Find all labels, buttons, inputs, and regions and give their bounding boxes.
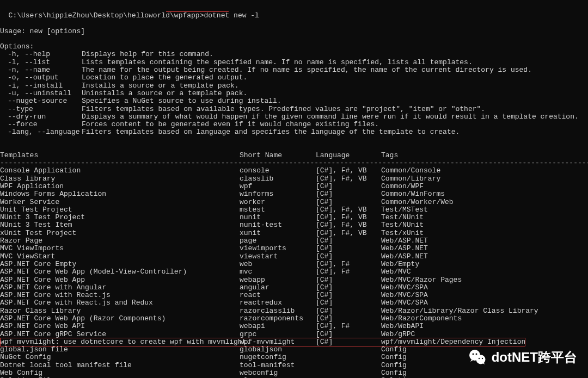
option-row: -u, --uninstallUninstalls a source or a … bbox=[0, 90, 588, 97]
svg-point-3 bbox=[475, 354, 477, 355]
option-flag: -l, --list bbox=[0, 59, 82, 66]
template-lang: [C#] bbox=[316, 331, 381, 338]
col-header-templates: Templates bbox=[0, 152, 240, 159]
template-tags: Common/Console bbox=[381, 167, 588, 175]
template-short: mvc bbox=[240, 268, 316, 276]
template-name: NUnit 3 Test Project bbox=[0, 214, 240, 221]
template-lang bbox=[316, 362, 381, 369]
template-lang: [C#] bbox=[316, 245, 381, 252]
option-flag: -h, --help bbox=[0, 51, 82, 58]
option-desc: Uninstalls a source or a template pack. bbox=[82, 90, 588, 97]
template-short: wpf bbox=[240, 183, 316, 190]
option-row: --nuget-sourceSpecifies a NuGet source t… bbox=[0, 97, 588, 105]
template-short: wpf-mvvmlight bbox=[240, 338, 316, 346]
table-row: Razor Class Libraryrazorclasslib[C#]Web/… bbox=[0, 307, 588, 315]
template-lang: [C#], F#, VB bbox=[316, 167, 381, 175]
template-name: ASP.NET Core with Angular bbox=[0, 284, 240, 292]
template-tags: Test/NUnit bbox=[381, 214, 588, 221]
option-desc: Lists templates containing the specified… bbox=[82, 59, 588, 66]
template-lang: [C#], F# bbox=[316, 268, 381, 276]
template-short: viewimports bbox=[240, 245, 316, 252]
template-tags: Web/ASP.NET bbox=[381, 253, 588, 261]
template-short: react bbox=[240, 292, 316, 299]
prompt-command: dotnet new -l bbox=[204, 11, 259, 20]
option-flag: -o, --output bbox=[0, 74, 82, 82]
template-tags: Test/MSTest bbox=[381, 206, 588, 214]
option-row: -l, --listLists templates containing the… bbox=[0, 59, 588, 66]
table-row: ASP.NET Core Web Appwebapp[C#]Web/MVC/Ra… bbox=[0, 276, 588, 284]
template-lang: [C#] bbox=[316, 292, 381, 299]
template-short: globaljson bbox=[240, 346, 316, 354]
option-desc: Displays a summary of what would happen … bbox=[82, 113, 588, 121]
template-name: NUnit 3 Test Item bbox=[0, 221, 240, 229]
option-flag: --dry-run bbox=[0, 113, 82, 121]
option-desc: Filters templates based on language and … bbox=[82, 128, 588, 136]
table-row: xUnit Test Projectxunit[C#], F#, VBTest/… bbox=[0, 230, 588, 237]
template-name: Razor Page bbox=[0, 237, 240, 245]
col-header-short: Short Name bbox=[240, 152, 316, 159]
svg-point-5 bbox=[481, 358, 482, 359]
prompt-path: C:\Users\hippieZhou\Desktop\helloworld\w… bbox=[9, 11, 204, 20]
template-lang bbox=[316, 369, 381, 377]
template-lang bbox=[316, 346, 381, 354]
option-row: -o, --outputLocation to place the genera… bbox=[0, 74, 588, 82]
template-lang: [C#] bbox=[316, 183, 381, 190]
template-name: ASP.NET Core with React.js and Redux bbox=[0, 299, 240, 307]
template-name: ASP.NET Core Empty bbox=[0, 261, 240, 268]
template-short: console bbox=[240, 167, 316, 175]
template-tags: Web/Razor/Library/Razor Class Library bbox=[381, 307, 588, 315]
option-desc: Displays help for this command. bbox=[82, 51, 588, 58]
template-lang: [C#] bbox=[316, 284, 381, 292]
template-short: classlib bbox=[240, 175, 316, 183]
watermark-text: dotNET跨平台 bbox=[492, 350, 577, 364]
table-row: Unit Test Projectmstest[C#], F#, VBTest/… bbox=[0, 206, 588, 214]
template-name: WPF Application bbox=[0, 183, 240, 190]
template-short: reactredux bbox=[240, 299, 316, 307]
template-name: ASP.NET Core Web App bbox=[0, 276, 240, 284]
template-lang bbox=[316, 354, 381, 361]
template-tags: Web/Empty bbox=[381, 261, 588, 268]
template-lang: [C#], F#, VB bbox=[316, 230, 381, 237]
template-name: Dotnet local tool manifest file bbox=[0, 362, 240, 369]
option-row: --typeFilters templates based on availab… bbox=[0, 106, 588, 113]
template-name: ASP.NET Core Web App (Razor Components) bbox=[0, 315, 240, 323]
option-row: --forceForces content to be generated ev… bbox=[0, 121, 588, 128]
template-lang: [C#] bbox=[316, 253, 381, 261]
template-name: Web Config bbox=[0, 369, 240, 377]
option-desc: Installs a source or a template pack. bbox=[82, 82, 588, 90]
table-row: wpf mvvmlight: use dotnetcore to create … bbox=[0, 338, 588, 346]
template-lang: [C#], F#, VB bbox=[316, 214, 381, 221]
option-flag: --nuget-source bbox=[0, 97, 82, 105]
command-underline bbox=[166, 11, 229, 12]
template-lang: [C#] bbox=[316, 199, 381, 206]
template-short: razorcomponents bbox=[240, 315, 316, 323]
table-divider: ----------------------------------------… bbox=[0, 159, 588, 167]
template-lang: [C#] bbox=[316, 190, 381, 198]
template-tags: Test/NUnit bbox=[381, 221, 588, 229]
prompt-line: C:\Users\hippieZhou\Desktop\helloworld\w… bbox=[0, 4, 588, 28]
template-tags: Web/ASP.NET bbox=[381, 237, 588, 245]
template-tags: Common/WinForms bbox=[381, 190, 588, 198]
table-row: Class libraryclasslib[C#], F#, VBCommon/… bbox=[0, 175, 588, 183]
svg-point-1 bbox=[476, 355, 485, 364]
template-short: nunit-test bbox=[240, 221, 316, 229]
template-tags: Web/MVC bbox=[381, 268, 588, 276]
template-tags: wpf/mvvmlight/Dependency Injection bbox=[381, 338, 588, 346]
template-name: ASP.NET Core Web App (Model-View-Control… bbox=[0, 268, 240, 276]
option-row: -h, --helpDisplays help for this command… bbox=[0, 51, 588, 58]
template-name: ASP.NET Core Web API bbox=[0, 323, 240, 330]
template-short: nugetconfig bbox=[240, 354, 316, 361]
template-short: xunit bbox=[240, 230, 316, 237]
template-lang: [C#], F#, VB bbox=[316, 206, 381, 214]
table-row: WPF Applicationwpf[C#]Common/WPF bbox=[0, 183, 588, 190]
option-row: -lang, --languageFilters templates based… bbox=[0, 128, 588, 136]
option-flag: -u, --uninstall bbox=[0, 90, 82, 97]
template-name: MVC ViewStart bbox=[0, 253, 240, 261]
option-desc: Forces content to be generated even if i… bbox=[82, 121, 588, 128]
table-row: Windows Forms Applicationwinforms[C#]Com… bbox=[0, 190, 588, 198]
option-desc: Location to place the generated output. bbox=[82, 74, 588, 82]
template-tags: Web/WebAPI bbox=[381, 323, 588, 330]
table-row: NUnit 3 Test Itemnunit-test[C#], F#, VBT… bbox=[0, 221, 588, 229]
option-row: -n, --nameThe name for the output being … bbox=[0, 66, 588, 74]
template-tags: Test/xUnit bbox=[381, 230, 588, 237]
